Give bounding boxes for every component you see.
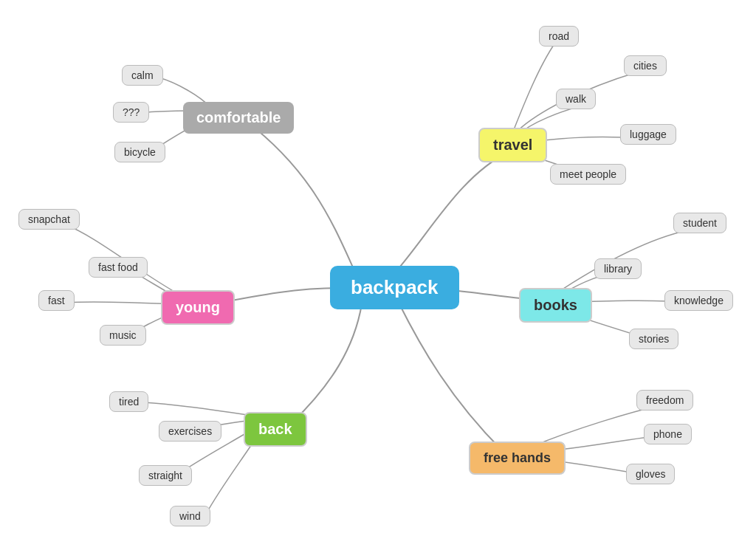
fast-food-node: fast food: [89, 257, 148, 278]
back-node: back: [244, 412, 307, 447]
tired-node: tired: [109, 391, 148, 412]
phone-node: phone: [644, 424, 692, 444]
gloves-node: gloves: [626, 464, 675, 484]
walk-node: walk: [556, 89, 596, 109]
music-node: music: [100, 325, 146, 346]
wind-node: wind: [170, 506, 210, 526]
qqq-node: ???: [113, 102, 149, 123]
luggage-node: luggage: [620, 124, 676, 145]
comfortable-node: comfortable: [183, 102, 294, 134]
freedom-node: freedom: [636, 390, 693, 411]
student-node: student: [673, 213, 726, 233]
knowledge-node: knowledge: [664, 290, 733, 311]
stories-node: stories: [629, 329, 678, 349]
freehands-node: free hands: [469, 442, 566, 475]
young-node: young: [161, 290, 235, 325]
meet-people-node: meet people: [550, 164, 626, 185]
library-node: library: [594, 258, 642, 279]
straight-node: straight: [139, 465, 192, 486]
fast-node: fast: [38, 290, 75, 311]
travel-node: travel: [478, 128, 547, 162]
books-node: books: [519, 288, 592, 323]
bicycle-node: bicycle: [114, 142, 165, 162]
center-node: backpack: [330, 266, 459, 309]
cities-node: cities: [624, 55, 667, 76]
calm-node: calm: [122, 65, 163, 86]
exercises-node: exercises: [159, 421, 221, 442]
snapchat-node: snapchat: [18, 209, 80, 230]
road-node: road: [539, 26, 579, 47]
